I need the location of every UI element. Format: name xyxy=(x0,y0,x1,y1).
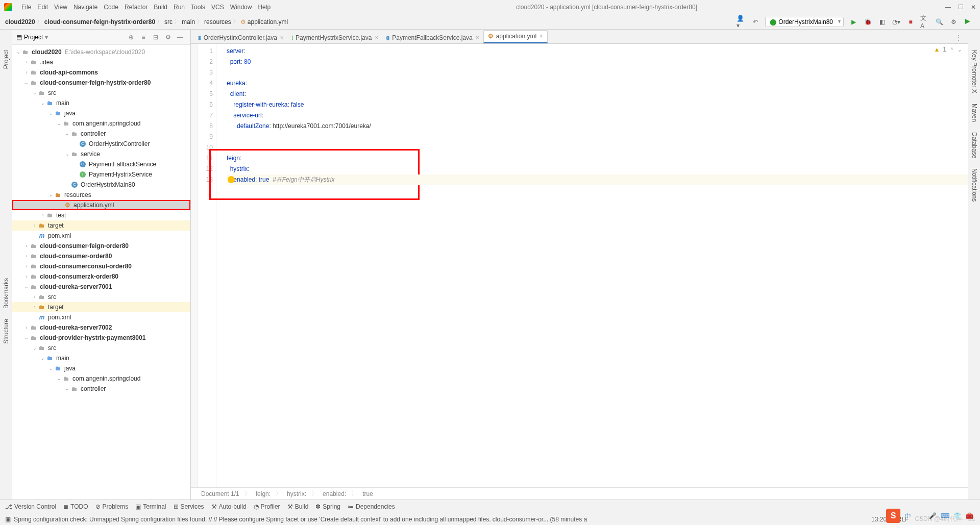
tray-toolbox-icon[interactable]: 🧰 xyxy=(965,511,974,520)
tree-row[interactable]: ⌄🖿java xyxy=(12,363,190,373)
code-line[interactable]: client: xyxy=(227,89,968,99)
code-line[interactable] xyxy=(227,142,968,153)
user-icon[interactable]: 👤▾ xyxy=(737,17,746,27)
left-tab-project[interactable]: Project xyxy=(3,50,10,69)
tree-row[interactable]: ›🖿cloud-consumer-feign-order80 xyxy=(12,241,190,251)
right-tab-notifications[interactable]: Notifications xyxy=(971,168,978,202)
tray-punct[interactable]: , xyxy=(916,511,925,520)
bottom-tool-spring[interactable]: ✽Spring xyxy=(315,503,340,510)
left-tab-structure[interactable]: Structure xyxy=(3,319,10,344)
tree-row[interactable]: ›🖿test xyxy=(12,210,190,220)
tree-row[interactable]: ⌄🖿com.angenin.springcloud xyxy=(12,373,190,384)
tree-row[interactable]: ⌄🖿com.angenin.springcloud xyxy=(12,118,190,129)
run-config-selector[interactable]: ⬤OrderHystrixMain80 xyxy=(765,17,844,27)
hide-panel-icon[interactable]: — xyxy=(176,33,185,42)
tree-root[interactable]: ⌄🖿cloud2020E:\idea-workspace\cloud2020 xyxy=(12,47,190,57)
menu-tools[interactable]: Tools xyxy=(188,4,208,11)
tree-row[interactable]: ⌄🖿cloud-consumer-feign-hystrix-order80 xyxy=(12,78,190,88)
tree-row[interactable]: COrderHystirxController xyxy=(12,139,190,149)
code-line[interactable]: service-url: xyxy=(227,110,968,121)
inspection-down-icon[interactable]: ⌄ xyxy=(958,47,962,53)
bottom-tool-todo[interactable]: ≣TODO xyxy=(63,503,88,510)
tree-row[interactable]: ›🖿cloud-eureka-server7002 xyxy=(12,322,190,333)
close-tab-icon[interactable]: × xyxy=(280,34,284,41)
collapse-all-icon[interactable]: ⊟ xyxy=(151,33,160,42)
close-tab-icon[interactable]: × xyxy=(476,34,479,41)
breadcrumb-item[interactable]: src xyxy=(164,18,173,26)
select-opened-file-icon[interactable]: ⊕ xyxy=(127,33,136,42)
tray-mic-icon[interactable]: 🎤 xyxy=(928,511,937,520)
code-line[interactable]: hystrix: xyxy=(227,164,968,174)
bottom-tool-dependencies[interactable]: ≔Dependencies xyxy=(348,503,395,510)
run-button[interactable]: ▶ xyxy=(849,17,858,27)
tree-row[interactable]: ⌄🖿controller xyxy=(12,129,190,139)
tree-row[interactable]: CPaymentFallbackService xyxy=(12,159,190,169)
right-tab-maven[interactable]: Maven xyxy=(971,104,978,122)
tree-row[interactable]: ⌄🖿cloud-eureka-server7001 xyxy=(12,282,190,292)
editor-crumb-item[interactable]: Document 1/1 xyxy=(201,490,239,497)
menu-edit[interactable]: Edit xyxy=(34,4,51,11)
code-line[interactable] xyxy=(227,132,968,142)
code-line[interactable]: server: xyxy=(227,46,968,57)
inspection-up-icon[interactable]: ＾ xyxy=(949,46,954,53)
back-icon[interactable]: ↶ xyxy=(751,17,760,27)
search-icon[interactable]: 🔍 xyxy=(935,17,944,27)
code-editor[interactable]: ▲ 1 ＾ ⌄ server: port: 80eureka: client: … xyxy=(216,44,968,487)
tab-more-icon[interactable]: ⋮ xyxy=(952,32,965,43)
editor-tab[interactable]: CPaymentFallbackService.java× xyxy=(382,32,483,43)
menu-refactor[interactable]: Refactor xyxy=(121,4,151,11)
close-button[interactable]: ✕ xyxy=(971,4,976,11)
tree-row[interactable]: mpom.xml xyxy=(12,312,190,322)
tree-row[interactable]: ›🖿cloud-consumerconsul-order80 xyxy=(12,261,190,271)
tree-row[interactable]: mpom.xml xyxy=(12,231,190,241)
stop-button[interactable]: ■ xyxy=(906,17,915,27)
tree-row[interactable]: ⌄🖿src xyxy=(12,343,190,353)
tree-row[interactable]: ⌄🖿cloud-provider-hystrix-payment8001 xyxy=(12,333,190,343)
left-tab-bookmarks[interactable]: Bookmarks xyxy=(3,278,10,309)
menu-window[interactable]: Window xyxy=(227,4,255,11)
status-icon[interactable]: ▣ xyxy=(5,516,11,523)
breadcrumb-item[interactable]: application.yml xyxy=(248,18,288,26)
right-tab-keypromoter[interactable]: Key Promoter X xyxy=(971,50,978,93)
bottom-tool-services[interactable]: ⊞Services xyxy=(174,503,204,510)
tree-row[interactable]: ›🖿cloud-consumer-order80 xyxy=(12,251,190,261)
bottom-tool-build[interactable]: ⚒Build xyxy=(287,503,309,510)
project-tree[interactable]: ⌄🖿cloud2020E:\idea-workspace\cloud2020›🖿… xyxy=(12,45,190,499)
inspections-widget[interactable]: ▲ 1 ＾ ⌄ xyxy=(934,46,962,53)
close-tab-icon[interactable]: × xyxy=(375,34,378,41)
close-tab-icon[interactable]: × xyxy=(540,33,543,40)
code-with-me-icon[interactable]: ⯈ xyxy=(963,17,972,27)
editor-tab[interactable]: ⚙application.yml× xyxy=(483,30,548,43)
tree-row[interactable]: ⌄🖿service xyxy=(12,149,190,159)
menu-file[interactable]: File xyxy=(18,4,34,11)
editor-crumb-item[interactable]: feign: xyxy=(256,490,271,497)
menu-navigate[interactable]: Navigate xyxy=(70,4,101,11)
tree-row[interactable]: ⌄🖿resources xyxy=(12,190,190,200)
expand-all-icon[interactable]: ≡ xyxy=(139,33,148,42)
editor-crumb-item[interactable]: true xyxy=(362,490,373,497)
tree-row[interactable]: ⌄🖿main xyxy=(12,98,190,108)
sogou-ime-icon[interactable]: S xyxy=(886,509,900,523)
intention-bulb-icon[interactable] xyxy=(228,176,235,183)
editor-crumb-item[interactable]: enabled: xyxy=(323,490,346,497)
tree-row[interactable]: ⌄🖿controller xyxy=(12,384,190,394)
tree-row[interactable]: ›🖿.idea xyxy=(12,57,190,67)
coverage-button[interactable]: ◧ xyxy=(877,17,887,27)
breadcrumb-item[interactable]: main xyxy=(182,18,195,26)
tray-ime-lang[interactable]: 中 xyxy=(903,511,913,520)
code-line[interactable]: enabled: true #在Feign中开启Hystrix xyxy=(227,174,968,185)
menu-run[interactable]: Run xyxy=(170,4,188,11)
code-line[interactable]: feign: xyxy=(227,153,968,164)
settings-icon[interactable]: ⚙ xyxy=(949,17,958,27)
maximize-button[interactable]: ☐ xyxy=(958,4,964,11)
tray-skin-icon[interactable]: 👕 xyxy=(952,511,962,520)
bottom-tool-terminal[interactable]: ▣Terminal xyxy=(135,503,166,510)
panel-settings-icon[interactable]: ⚙ xyxy=(163,33,173,42)
tree-row[interactable]: ⌄🖿main xyxy=(12,353,190,363)
menu-code[interactable]: Code xyxy=(101,4,121,11)
tray-keyboard-icon[interactable]: ⌨ xyxy=(940,511,949,520)
bottom-tool-profiler[interactable]: ◔Profiler xyxy=(254,503,280,510)
breadcrumb-item[interactable]: cloud2020 xyxy=(5,18,35,26)
breadcrumb-item[interactable]: cloud-consumer-feign-hystrix-order80 xyxy=(44,18,155,26)
code-line[interactable]: register-with-eureka: false xyxy=(227,99,968,110)
